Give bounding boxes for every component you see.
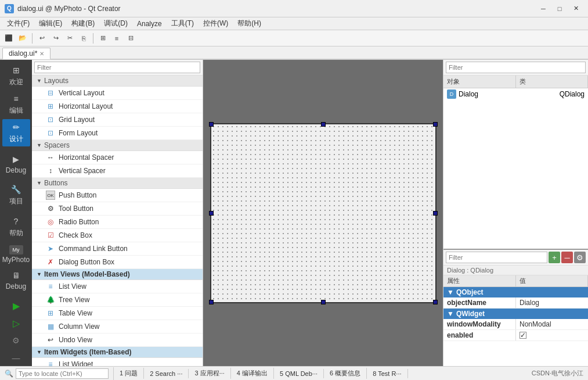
widget-dialog-button-box[interactable]: ✗ Dialog Button Box: [32, 256, 203, 269]
properties-filter-input[interactable]: [446, 252, 547, 263]
toolbar-undo[interactable]: ↩: [35, 32, 48, 45]
status-item-qml[interactable]: 5 QML Deb···: [274, 369, 324, 378]
properties-gear-button[interactable]: ⚙: [574, 252, 586, 263]
status-item-app[interactable]: 3 应用程···: [189, 368, 230, 379]
widget-item-label: List View: [59, 282, 86, 291]
widget-push-button[interactable]: OK Push Button: [32, 189, 203, 202]
section-layouts[interactable]: ▼ Layouts: [32, 76, 203, 87]
section-item-widgets[interactable]: ▼ Item Widgets (Item-Based): [32, 347, 203, 358]
dialog-button-box-icon: ✗: [46, 257, 55, 267]
widget-item-label: Undo View: [59, 336, 92, 344]
toolbar-new[interactable]: ⬛: [2, 32, 15, 45]
properties-list: ▼ QObject objectName Dialog ▼ QWidget wi…: [443, 287, 588, 366]
widget-horizontal-spacer[interactable]: ↔ Horizontal Spacer: [32, 151, 203, 164]
section-arrow-spacers: ▼: [37, 142, 42, 148]
close-button[interactable]: ✕: [568, 3, 583, 15]
sidebar-item-help[interactable]: ? 帮助: [2, 213, 30, 241]
toolbar-cut[interactable]: ✂: [63, 32, 76, 45]
toolbar-align3[interactable]: ⊟: [124, 32, 137, 45]
widget-table-view[interactable]: ⊞ Table View: [32, 307, 203, 320]
sidebar-item-projects[interactable]: 🔧 项目: [2, 181, 30, 209]
widget-check-box[interactable]: ☑ Check Box: [32, 229, 203, 242]
widget-list-view[interactable]: ≡ List View: [32, 280, 203, 293]
widget-item-label: List Widget: [59, 360, 93, 366]
prop-item-windowmodality[interactable]: windowModality NonModal: [443, 319, 588, 330]
widget-column-view[interactable]: ▦ Column View: [32, 320, 203, 334]
enabled-checkbox[interactable]: ✓: [520, 332, 526, 339]
resize-handle-mid-left[interactable]: [209, 211, 214, 216]
resize-handle-top-mid[interactable]: [321, 122, 326, 127]
widget-list-widget[interactable]: ≡ List Widget: [32, 358, 203, 366]
toolbar-open[interactable]: 📂: [16, 32, 29, 45]
canvas-container[interactable]: [203, 60, 443, 366]
prop-value-enabled: ✓: [516, 330, 588, 340]
menu-item-h[interactable]: 帮助(H): [233, 17, 266, 30]
object-filter-input[interactable]: [446, 62, 586, 73]
section-arrow-buttons: ▼: [37, 180, 42, 186]
widget-form-layout[interactable]: ⊡ Form Layout: [32, 127, 203, 140]
tree-item-dialog[interactable]: D Dialog QDialog: [443, 88, 588, 100]
widget-command-link-button[interactable]: ➤ Command Link Button: [32, 242, 203, 256]
resize-handle-top-left[interactable]: [209, 122, 214, 127]
tab-dialog-ui[interactable]: dialog.ui* ✕: [2, 48, 50, 59]
section-buttons[interactable]: ▼ Buttons: [32, 178, 203, 189]
resize-handle-bottom-left[interactable]: [209, 300, 214, 304]
sidebar-item-design[interactable]: ✏ 设计: [2, 119, 30, 146]
minimize-button[interactable]: ─: [536, 3, 551, 15]
properties-remove-button[interactable]: ─: [561, 252, 573, 263]
resize-handle-bottom-right[interactable]: [433, 300, 438, 304]
status-item-search[interactable]: 2 Search ···: [144, 369, 189, 378]
dialog-canvas[interactable]: [210, 123, 437, 303]
section-item-views[interactable]: ▼ Item Views (Model-Based): [32, 269, 203, 280]
sidebar-item-myphoto[interactable]: My MyPhoto: [2, 243, 30, 266]
section-label-item-views: Item Views (Model-Based): [44, 270, 130, 278]
toolbar-redo[interactable]: ↪: [49, 32, 62, 45]
sidebar-item-debug[interactable]: ▶ Debug: [2, 151, 30, 177]
locate-input[interactable]: [16, 368, 109, 379]
resize-handle-mid-right[interactable]: [433, 211, 438, 216]
tab-close-icon[interactable]: ✕: [39, 51, 44, 57]
widget-item-label: Command Link Button: [59, 245, 128, 253]
properties-add-button[interactable]: +: [549, 252, 560, 263]
maximize-button[interactable]: □: [552, 3, 567, 15]
menu-item-e[interactable]: 编辑(E): [34, 17, 67, 30]
status-item-compile[interactable]: 4 编译输出: [231, 368, 274, 379]
sidebar-item-debug2[interactable]: 🖥 Debug: [2, 267, 30, 293]
menu-item-f[interactable]: 文件(F): [2, 17, 34, 30]
menu-item-w[interactable]: 控件(W): [199, 17, 233, 30]
prop-item-objectname[interactable]: objectName Dialog: [443, 297, 588, 309]
vertical-layout-icon: ⊟: [46, 88, 55, 98]
widget-item-label: Dialog Button Box: [59, 258, 114, 266]
widget-vertical-layout[interactable]: ⊟ Vertical Layout: [32, 87, 203, 100]
widget-vertical-spacer[interactable]: ↕ Vertical Spacer: [32, 164, 203, 178]
sidebar-item-bottom[interactable]: —: [2, 350, 30, 366]
sidebar-item-build[interactable]: ⚙: [2, 332, 30, 349]
menu-item-t[interactable]: 工具(T): [167, 17, 199, 30]
widget-tree-view[interactable]: 🌲 Tree View: [32, 293, 203, 307]
resize-handle-bottom-mid[interactable]: [321, 300, 326, 304]
status-item-problems[interactable]: 1 问题: [114, 368, 144, 379]
command-link-button-icon: ➤: [46, 244, 55, 253]
prop-item-enabled[interactable]: enabled ✓: [443, 330, 588, 341]
widget-grid-layout[interactable]: ⊡ Grid Layout: [32, 113, 203, 127]
resize-handle-top-right[interactable]: [433, 122, 438, 127]
status-item-overview[interactable]: 6 概要信息: [324, 368, 367, 379]
menu-item-analyze[interactable]: Analyze: [132, 19, 167, 29]
widget-horizontal-layout[interactable]: ⊞ Horizontal Layout: [32, 100, 203, 113]
widget-filter-input[interactable]: [34, 62, 200, 73]
section-spacers[interactable]: ▼ Spacers: [32, 140, 203, 151]
widget-undo-view[interactable]: ↩ Undo View: [32, 334, 203, 347]
sidebar-item-welcome[interactable]: ⊞ 欢迎: [2, 62, 30, 89]
widget-tool-button[interactable]: ⚙ Tool Button: [32, 202, 203, 216]
menu-item-b[interactable]: 构建(B): [67, 17, 99, 30]
status-item-test[interactable]: 8 Test R···: [367, 369, 407, 378]
toolbar-copy[interactable]: ⎘: [77, 32, 90, 45]
sidebar-item-edit[interactable]: ≡ 编辑: [2, 91, 30, 118]
widget-radio-button[interactable]: ◎ Radio Button: [32, 216, 203, 229]
sidebar-item-run[interactable]: ▶: [2, 297, 30, 314]
toolbar-align1[interactable]: ⊞: [96, 32, 109, 45]
debug-icon: ▶: [10, 153, 22, 165]
toolbar-align2[interactable]: ≡: [110, 32, 123, 45]
sidebar-item-run-debug[interactable]: ▷: [2, 315, 30, 331]
menu-item-d[interactable]: 调试(D): [99, 17, 132, 30]
